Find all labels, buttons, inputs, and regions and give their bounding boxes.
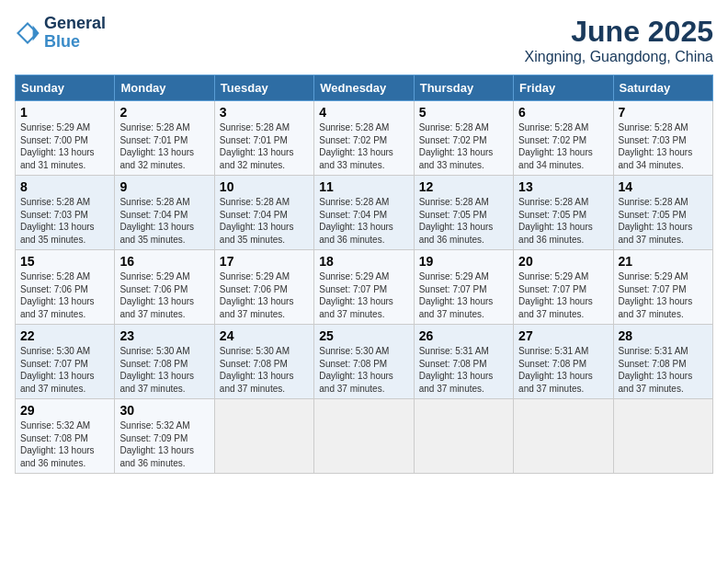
- day-8: 8 Sunrise: 5:28 AMSunset: 7:03 PMDayligh…: [16, 176, 115, 250]
- logo-icon: [15, 20, 40, 46]
- day-28: 28 Sunrise: 5:31 AMSunset: 7:08 PMDaylig…: [613, 325, 712, 399]
- week-row-4: 22 Sunrise: 5:30 AMSunset: 7:07 PMDaylig…: [16, 325, 713, 399]
- day-27: 27 Sunrise: 5:31 AMSunset: 7:08 PMDaylig…: [514, 325, 613, 399]
- subtitle: Xingning, Guangdong, China: [525, 49, 714, 65]
- main-title: June 2025: [525, 15, 714, 49]
- day-11: 11 Sunrise: 5:28 AMSunset: 7:04 PMDaylig…: [314, 176, 414, 250]
- day-2: 2 Sunrise: 5:28 AMSunset: 7:01 PMDayligh…: [115, 101, 214, 176]
- day-24: 24 Sunrise: 5:30 AMSunset: 7:08 PMDaylig…: [214, 325, 313, 399]
- week-row-5: 29 Sunrise: 5:32 AMSunset: 7:08 PMDaylig…: [16, 399, 713, 474]
- empty-cell-5: [613, 399, 712, 474]
- day-30: 30 Sunrise: 5:32 AMSunset: 7:09 PMDaylig…: [115, 399, 214, 474]
- empty-cell-2: [314, 399, 414, 474]
- col-thursday: Thursday: [414, 75, 513, 101]
- empty-cell-4: [514, 399, 613, 474]
- day-18: 18 Sunrise: 5:29 AMSunset: 7:07 PMDaylig…: [314, 250, 414, 325]
- empty-cell-1: [214, 399, 313, 474]
- day-21: 21 Sunrise: 5:29 AMSunset: 7:07 PMDaylig…: [613, 250, 712, 325]
- day-26: 26 Sunrise: 5:31 AMSunset: 7:08 PMDaylig…: [414, 325, 513, 399]
- day-5: 5 Sunrise: 5:28 AMSunset: 7:02 PMDayligh…: [414, 101, 513, 176]
- day-6: 6 Sunrise: 5:28 AMSunset: 7:02 PMDayligh…: [514, 101, 613, 176]
- logo: GeneralBlue: [15, 15, 106, 52]
- day-4: 4 Sunrise: 5:28 AMSunset: 7:02 PMDayligh…: [314, 101, 414, 176]
- col-friday: Friday: [514, 75, 613, 101]
- col-saturday: Saturday: [613, 75, 712, 101]
- day-10: 10 Sunrise: 5:28 AMSunset: 7:04 PMDaylig…: [214, 176, 313, 250]
- day-13: 13 Sunrise: 5:28 AMSunset: 7:05 PMDaylig…: [514, 176, 613, 250]
- title-area: June 2025 Xingning, Guangdong, China: [525, 15, 714, 65]
- day-23: 23 Sunrise: 5:30 AMSunset: 7:08 PMDaylig…: [115, 325, 214, 399]
- day-14: 14 Sunrise: 5:28 AMSunset: 7:05 PMDaylig…: [613, 176, 712, 250]
- day-16: 16 Sunrise: 5:29 AMSunset: 7:06 PMDaylig…: [115, 250, 214, 325]
- col-monday: Monday: [115, 75, 214, 101]
- day-25: 25 Sunrise: 5:30 AMSunset: 7:08 PMDaylig…: [314, 325, 414, 399]
- day-15: 15 Sunrise: 5:28 AMSunset: 7:06 PMDaylig…: [16, 250, 115, 325]
- day-22: 22 Sunrise: 5:30 AMSunset: 7:07 PMDaylig…: [16, 325, 115, 399]
- day-7: 7 Sunrise: 5:28 AMSunset: 7:03 PMDayligh…: [613, 101, 712, 176]
- day-9: 9 Sunrise: 5:28 AMSunset: 7:04 PMDayligh…: [115, 176, 214, 250]
- day-20: 20 Sunrise: 5:29 AMSunset: 7:07 PMDaylig…: [514, 250, 613, 325]
- day-19: 19 Sunrise: 5:29 AMSunset: 7:07 PMDaylig…: [414, 250, 513, 325]
- empty-cell-3: [414, 399, 513, 474]
- week-row-3: 15 Sunrise: 5:28 AMSunset: 7:06 PMDaylig…: [16, 250, 713, 325]
- day-1: 1 Sunrise: 5:29 AMSunset: 7:00 PMDayligh…: [16, 101, 115, 176]
- logo-text: GeneralBlue: [44, 15, 106, 52]
- day-12: 12 Sunrise: 5:28 AMSunset: 7:05 PMDaylig…: [414, 176, 513, 250]
- week-row-2: 8 Sunrise: 5:28 AMSunset: 7:03 PMDayligh…: [16, 176, 713, 250]
- col-wednesday: Wednesday: [314, 75, 414, 101]
- day-29: 29 Sunrise: 5:32 AMSunset: 7:08 PMDaylig…: [16, 399, 115, 474]
- day-17: 17 Sunrise: 5:29 AMSunset: 7:06 PMDaylig…: [214, 250, 313, 325]
- col-tuesday: Tuesday: [214, 75, 313, 101]
- header: GeneralBlue June 2025 Xingning, Guangdon…: [15, 15, 713, 65]
- day-3: 3 Sunrise: 5:28 AMSunset: 7:01 PMDayligh…: [214, 101, 313, 176]
- col-sunday: Sunday: [16, 75, 115, 101]
- calendar-table: Sunday Monday Tuesday Wednesday Thursday…: [15, 75, 713, 474]
- week-row-1: 1 Sunrise: 5:29 AMSunset: 7:00 PMDayligh…: [16, 101, 713, 176]
